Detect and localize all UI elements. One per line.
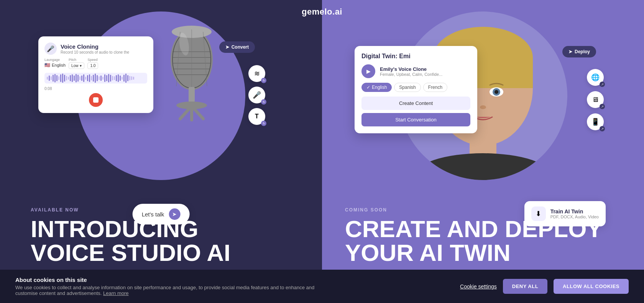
voice-name: Emily's Voice Clone <box>380 66 442 72</box>
refresh-icon-2: ↻ <box>261 99 266 105</box>
left-panel: ➤ Convert 🎤 Voice Cloning Record 10 seco… <box>0 0 322 303</box>
learn-more-link[interactable]: Learn more <box>103 290 128 296</box>
monitor-icon-btn[interactable]: 🖥 ↗ <box>587 91 604 108</box>
convert-button[interactable]: ➤ Convert <box>219 41 255 53</box>
pitch-field: Pitch Low ▾ <box>69 58 84 69</box>
available-badge: AVAILABLE NOW <box>31 207 230 213</box>
lang-tag-english[interactable]: ✓ English <box>361 83 392 92</box>
digital-twin-title: Digital Twin: Emi <box>361 53 470 60</box>
text-icon-btn[interactable]: T ↻ <box>248 108 265 125</box>
right-bottom-text: COMING SOON CREATE AND DEPLOY YOUR AI TW… <box>345 207 603 265</box>
voice-clone-title: Voice Cloning <box>61 43 129 50</box>
right-panel: ➤ Deploy Digital Twin: Emi ▶ Emily's Voi… <box>322 0 644 303</box>
main-container: gemelo.ai ➤ Convert 🎤 Voice Cloning Reco… <box>0 0 644 303</box>
deploy-arrow-3: ↗ <box>600 126 605 131</box>
record-button[interactable] <box>89 93 103 107</box>
voice-info: Emily's Voice Clone Female, Upbeat, Calm… <box>380 66 442 77</box>
cookie-banner: About cookies on this site We use cookie… <box>0 270 644 303</box>
microphone-image <box>153 21 230 134</box>
voice-clone-icon: 🎤 <box>44 43 57 55</box>
voice-desc: Female, Upbeat, Calm, Confide... <box>380 72 442 77</box>
logo[interactable]: gemelo.ai <box>302 7 342 17</box>
create-content-button[interactable]: Create Content <box>361 97 470 110</box>
svg-rect-11 <box>189 87 195 102</box>
lang-tag-spanish[interactable]: Spanish <box>394 83 421 92</box>
timer-display: 0:08 <box>44 87 147 91</box>
waveform-icon-btn[interactable]: ≋ ↻ <box>248 65 265 82</box>
header: gemelo.ai <box>0 0 644 24</box>
svg-point-27 <box>495 90 498 94</box>
allow-all-cookies-button[interactable]: ALLOW ALL COOKIES <box>554 279 629 294</box>
voice-clone-card: 🎤 Voice Cloning Record 10 seconds of aud… <box>38 36 153 113</box>
side-icons-container: ≋ ↻ 🎤 ↻ T ↻ <box>248 65 265 125</box>
refresh-icon-1: ↻ <box>261 78 266 83</box>
cookie-text-section: About cookies on this site We use cookie… <box>15 277 460 296</box>
voice-clone-subtitle: Record 10 seconds of audio to clone the <box>61 50 129 54</box>
digital-twin-card: Digital Twin: Emi ▶ Emily's Voice Clone … <box>355 46 477 133</box>
globe-icon-btn[interactable]: 🌐 ↗ <box>587 69 604 86</box>
language-field: Laungage 🇺🇸 English <box>44 58 66 69</box>
waveform-display <box>44 73 147 84</box>
language-tags: ✓ English Spanish French <box>361 83 470 92</box>
mobile-icon-btn[interactable]: 📱 ↗ <box>587 113 604 130</box>
svg-point-21 <box>414 153 552 180</box>
speed-field: Speed 1.0 <box>87 58 98 69</box>
refresh-icon-3: ↻ <box>261 121 266 126</box>
deploy-arrow-2: ↗ <box>600 104 605 109</box>
deny-all-button[interactable]: DENY ALL <box>503 279 547 294</box>
left-main-title: INTRODUCING VOICE STUDIO AI <box>31 217 230 265</box>
mic-icon-btn[interactable]: 🎤 ↻ <box>248 87 265 103</box>
cookie-description: We use cookies to collect and analyse in… <box>15 285 322 296</box>
left-bottom-text: AVAILABLE NOW INTRODUCING VOICE STUDIO A… <box>31 207 230 265</box>
deploy-arrow-1: ↗ <box>600 82 605 87</box>
start-conversation-button[interactable]: Start Conversation <box>361 113 470 126</box>
play-button[interactable]: ▶ <box>361 64 375 78</box>
svg-point-28 <box>480 105 486 109</box>
deploy-button[interactable]: ➤ Deploy <box>562 46 596 57</box>
voice-row: ▶ Emily's Voice Clone Female, Upbeat, Ca… <box>361 64 470 78</box>
cookie-title: About cookies on this site <box>15 277 460 283</box>
coming-soon-badge: COMING SOON <box>345 207 603 213</box>
right-main-title: CREATE AND DEPLOY YOUR AI TWIN <box>345 217 603 265</box>
deploy-icons-container: 🌐 ↗ 🖥 ↗ 📱 ↗ <box>587 69 604 130</box>
cookie-buttons: Cookie settings DENY ALL ALLOW ALL COOKI… <box>460 279 629 294</box>
cookie-settings-button[interactable]: Cookie settings <box>460 283 497 290</box>
lang-tag-french[interactable]: French <box>423 83 447 92</box>
